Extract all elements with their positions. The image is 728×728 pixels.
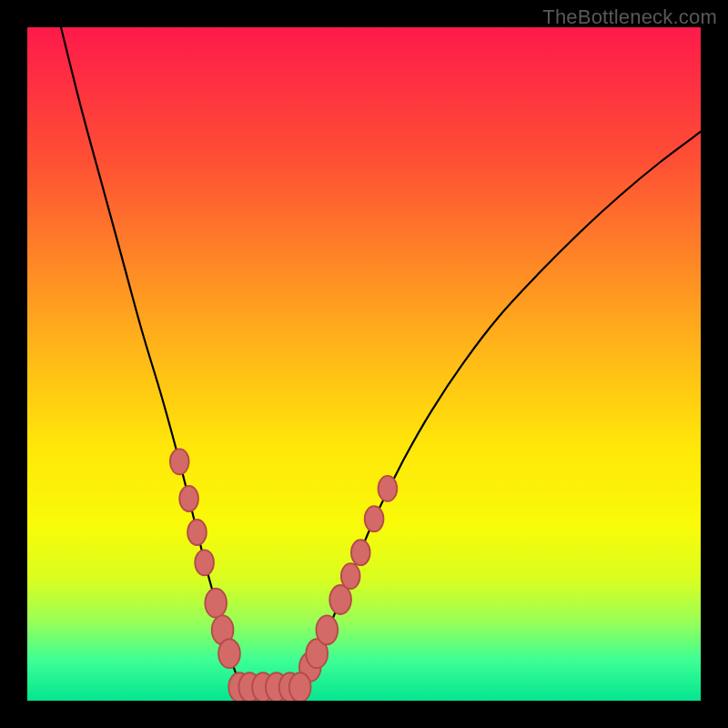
frame: TheBottleneck.com	[0, 0, 728, 728]
bead-right-6	[365, 506, 384, 531]
bead-left-2	[187, 520, 207, 545]
bead-left-4	[205, 589, 227, 618]
bead-right-7	[379, 476, 398, 501]
bead-left-0	[170, 449, 189, 474]
bead-right-4	[341, 563, 360, 589]
bead-left-3	[195, 550, 214, 575]
chart-background	[27, 27, 701, 701]
bead-right-3	[329, 585, 351, 614]
bead-left-1	[179, 486, 198, 511]
chart-svg	[27, 27, 701, 701]
plot-area	[27, 27, 701, 701]
bead-bottom-5	[289, 672, 311, 701]
watermark-text: TheBottleneck.com	[542, 5, 717, 29]
bead-right-5	[351, 540, 370, 565]
bead-right-2	[316, 615, 338, 644]
bead-left-6	[218, 639, 240, 668]
